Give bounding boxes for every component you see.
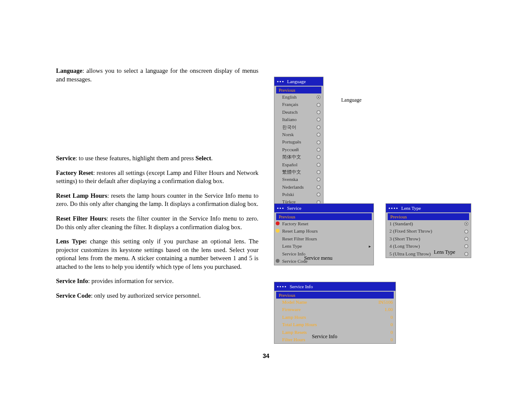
paragraph-reset-filter-hours: Reset Filter Hours: resets the filter co… <box>56 215 258 231</box>
definition: : provides information for service. <box>88 277 174 284</box>
term: Service <box>56 155 75 162</box>
radio-icon <box>464 237 468 241</box>
previous-item[interactable]: Previous <box>276 292 394 299</box>
info-label: Total Lamp Hours <box>282 321 391 328</box>
lens-option[interactable]: 3 (Short Throw) <box>386 235 471 243</box>
option-label: 繁體中文 <box>282 169 317 175</box>
info-label: Lamp Hours <box>282 314 391 321</box>
item-label: Factory Reset <box>282 221 371 227</box>
info-row: Firmware1.00 <box>274 306 395 313</box>
menu-title: Service Info <box>289 284 313 289</box>
menu-titlebar: •••• Lens Type <box>386 204 471 212</box>
language-option[interactable]: Français <box>274 101 323 108</box>
wrench-icon <box>276 259 280 263</box>
info-value: 0 <box>391 329 393 336</box>
lens-type-menu: •••• Lens Type Previous 1 (Standard)2 (F… <box>386 203 471 258</box>
menu-level-dots-icon: •••• <box>389 206 398 211</box>
language-option[interactable]: 简体中文 <box>274 153 323 161</box>
service-item[interactable]: Reset Lamp Hours <box>274 227 373 235</box>
item-label: Reset Lamp Hours <box>282 228 371 234</box>
option-label: 2 (Fixed Short Throw) <box>389 228 464 234</box>
definition: : only used by authorized service person… <box>91 292 201 299</box>
option-label: English <box>282 94 317 100</box>
language-option[interactable]: 한국어 <box>274 124 323 131</box>
info-value: 0 <box>391 314 393 321</box>
menu-level-dots-icon: •••• <box>277 284 287 289</box>
radio-icon <box>464 244 468 248</box>
service-item[interactable]: Lens Type▸ <box>274 243 373 250</box>
language-option[interactable]: Deutsch <box>274 109 323 116</box>
radio-icon <box>317 193 320 196</box>
caption-lens-type: Lens Type <box>434 249 455 255</box>
option-label: 3 (Short Throw) <box>389 236 464 242</box>
info-row: Model NameIN5106 <box>274 299 395 306</box>
option-label: Deutsch <box>282 109 317 115</box>
paragraph-reset-lamp-hours: Reset Lamp Hours: resets the lamp hours … <box>56 192 258 209</box>
radio-icon <box>464 230 468 234</box>
bulb-icon <box>276 229 280 233</box>
submenu-arrow-icon: ▸ <box>369 243 371 249</box>
language-option[interactable]: 繁體中文 <box>274 168 323 176</box>
language-option[interactable]: Español <box>274 161 323 168</box>
circle-red-icon <box>276 221 280 225</box>
info-label: Firmware <box>282 306 385 313</box>
language-option[interactable]: Português <box>274 138 323 146</box>
option-label: 한국어 <box>282 124 317 131</box>
radio-icon <box>317 155 320 159</box>
option-label: Italiano <box>282 116 317 123</box>
language-option[interactable]: Norsk <box>274 131 323 138</box>
term: Service Code <box>56 292 91 299</box>
term: Language <box>56 67 82 74</box>
service-item[interactable]: Factory Reset <box>274 220 373 227</box>
paragraph-lens-type: Lens Type: change this setting only if y… <box>56 237 258 271</box>
previous-item[interactable]: Previous <box>276 213 372 220</box>
radio-icon <box>317 118 320 121</box>
lens-items: 1 (Standard)2 (Fixed Short Throw)3 (Shor… <box>386 220 471 258</box>
language-option[interactable]: Polski <box>274 191 323 198</box>
option-label: Norsk <box>282 131 317 138</box>
previous-item[interactable]: Previous <box>388 213 469 220</box>
item-label: Lens Type <box>282 243 369 249</box>
option-label: Português <box>282 139 317 145</box>
menu-title: Language <box>287 79 306 84</box>
radio-icon <box>317 133 320 137</box>
option-label: Svenska <box>282 176 317 183</box>
option-label: 1 (Standard) <box>389 221 464 227</box>
body-text-column: Language: allows you to select a languag… <box>56 67 258 306</box>
lens-option[interactable]: 4 (Long Throw) <box>386 243 471 250</box>
term: Select <box>196 155 211 162</box>
spacer <box>56 90 258 154</box>
menu-level-dots-icon: ••• <box>277 206 285 211</box>
term: Service Info <box>56 277 88 284</box>
menu-title: Service <box>287 206 302 211</box>
language-option[interactable]: Русский <box>274 146 323 153</box>
radio-icon <box>317 103 320 107</box>
info-row: Total Lamp Hours0 <box>274 321 395 328</box>
paragraph-language: Language: allows you to select a languag… <box>56 67 258 84</box>
two-column-layout: Language: allows you to select a languag… <box>56 67 485 306</box>
radio-icon <box>317 125 320 129</box>
lens-option[interactable]: 1 (Standard) <box>386 220 471 227</box>
lens-option[interactable]: 5 (Ultra Long Throw) <box>386 250 471 258</box>
text: . <box>211 155 213 162</box>
lens-option[interactable]: 2 (Fixed Short Throw) <box>386 227 471 235</box>
language-option[interactable]: Nederlands <box>274 184 323 191</box>
menu-level-dots-icon: ••• <box>277 79 285 84</box>
menu-title: Lens Type <box>401 206 421 211</box>
previous-item[interactable]: Previous <box>276 87 321 93</box>
page-number: 34 <box>0 352 532 359</box>
radio-icon <box>317 95 320 99</box>
option-label: Español <box>282 162 317 168</box>
language-option[interactable]: Italiano <box>274 116 323 123</box>
info-row: Lamp Hours0 <box>274 314 395 321</box>
radio-icon <box>317 170 320 174</box>
manual-page: Language: allows you to select a languag… <box>0 0 532 411</box>
service-item[interactable]: Reset Filter Hours <box>274 235 373 243</box>
info-label: Model Name <box>282 299 378 305</box>
radio-icon <box>317 110 320 114</box>
text: : to use these features, highlight them … <box>75 155 196 162</box>
language-option[interactable]: Svenska <box>274 176 323 183</box>
language-option[interactable]: English <box>274 93 323 101</box>
language-menu: ••• Language Previous EnglishFrançaisDeu… <box>274 77 324 221</box>
caption-service-menu: Service menu <box>304 255 333 262</box>
